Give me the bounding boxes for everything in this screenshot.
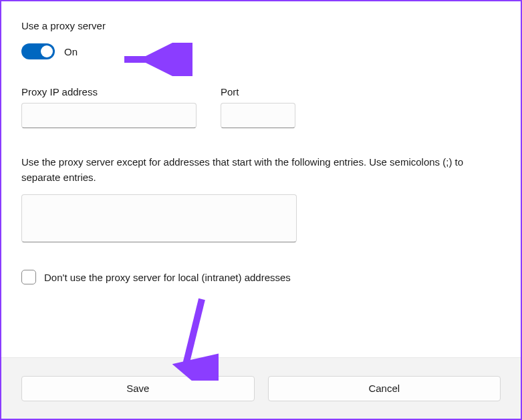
toggle-knob-icon: [41, 45, 53, 57]
exceptions-description: Use the proxy server except for addresse…: [21, 155, 501, 185]
save-button[interactable]: Save: [21, 376, 255, 401]
port-field-label: Port: [221, 86, 295, 97]
dialog-footer: Save Cancel: [1, 357, 521, 419]
exceptions-textarea[interactable]: [21, 194, 297, 242]
proxy-ip-input[interactable]: [21, 103, 197, 128]
proxy-toggle-state-label: On: [64, 46, 78, 57]
cancel-button[interactable]: Cancel: [268, 376, 501, 401]
local-bypass-label: Don't use the proxy server for local (in…: [44, 272, 291, 283]
proxy-section-heading: Use a proxy server: [21, 20, 501, 31]
ip-field-label: Proxy IP address: [21, 86, 197, 97]
proxy-port-input[interactable]: [221, 103, 295, 128]
proxy-toggle[interactable]: [21, 43, 55, 59]
local-bypass-checkbox[interactable]: [21, 270, 36, 284]
proxy-toggle-row: On: [21, 43, 501, 59]
